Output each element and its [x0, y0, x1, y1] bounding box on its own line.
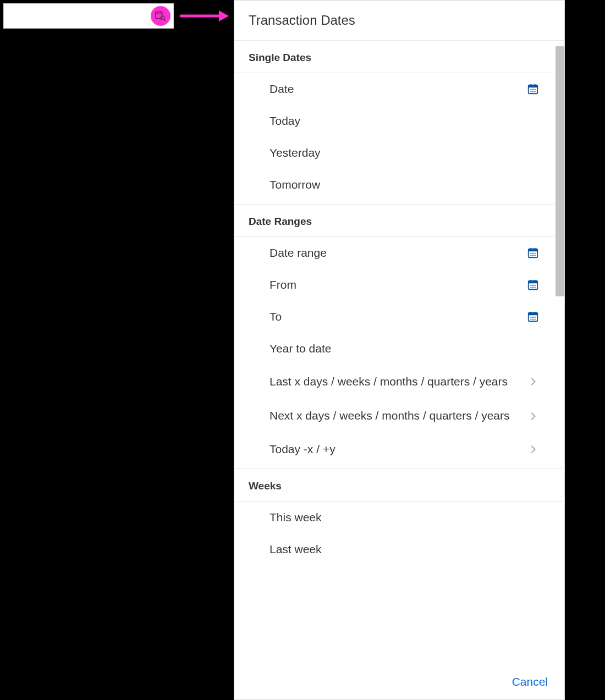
list-item-label: This week — [270, 511, 550, 524]
chevron-right-icon — [527, 443, 539, 455]
list-item-today[interactable]: Today — [234, 105, 564, 137]
svg-line-5 — [164, 19, 166, 21]
list-item-label: Today -x / +y — [270, 443, 527, 456]
arrow-annotation-icon — [179, 8, 229, 24]
list-item-label: Date — [270, 82, 527, 96]
list-item-to[interactable]: To — [234, 301, 564, 333]
list-item-label: Year to date — [270, 342, 550, 355]
scrollbar-thumb[interactable] — [556, 46, 564, 296]
list-item-next_x[interactable]: Next x days / weeks / months / quarters … — [234, 399, 564, 433]
list-item-label: Last x days / weeks / months / quarters … — [270, 374, 527, 389]
list-item-label: Tomorrow — [270, 178, 550, 191]
transaction-dates-panel: Transaction Dates Single DatesDateTodayY… — [234, 0, 565, 700]
list-item-tomorrow[interactable]: Tomorrow — [234, 169, 564, 201]
list-item-from[interactable]: From — [234, 269, 564, 301]
svg-marker-7 — [219, 10, 229, 21]
calendar-icon[interactable] — [527, 279, 539, 291]
svg-rect-0 — [156, 12, 162, 19]
svg-point-4 — [161, 16, 164, 20]
list-item-label: From — [270, 278, 527, 291]
list-item-label: Last week — [270, 543, 550, 556]
list-item-date_range[interactable]: Date range — [234, 237, 564, 269]
cancel-button[interactable]: Cancel — [512, 675, 548, 688]
section-heading-ranges: Date Ranges — [234, 204, 564, 237]
calendar-icon[interactable] — [527, 83, 539, 95]
list-item-date[interactable]: Date — [234, 73, 564, 105]
list-item-label: To — [270, 310, 527, 323]
list-item-label: Next x days / weeks / months / quarters … — [270, 408, 527, 423]
panel-scroll-area: Single DatesDateTodayYesterdayTomorrowDa… — [234, 40, 564, 664]
transaction-dates-field[interactable] — [8, 10, 150, 23]
calendar-icon[interactable] — [527, 311, 539, 323]
panel-title: Transaction Dates — [234, 1, 564, 40]
list-item-label: Date range — [270, 246, 527, 260]
section-heading-single: Single Dates — [234, 41, 564, 73]
calendar-icon[interactable] — [527, 247, 539, 259]
transaction-dates-input[interactable] — [3, 3, 174, 29]
list-item-yesterday[interactable]: Yesterday — [234, 137, 564, 169]
list-item-today_x_y[interactable]: Today -x / +y — [234, 433, 564, 465]
list-item-this_week[interactable]: This week — [234, 501, 564, 533]
list-item-last_x[interactable]: Last x days / weeks / months / quarters … — [234, 365, 564, 399]
list-item-last_week[interactable]: Last week — [234, 533, 564, 565]
list-item-label: Today — [270, 114, 550, 128]
section-heading-weeks: Weeks — [234, 468, 564, 501]
chevron-right-icon — [527, 410, 539, 422]
list-item-label: Yesterday — [270, 146, 550, 159]
list-item-ytd[interactable]: Year to date — [234, 333, 564, 365]
panel-footer: Cancel — [234, 664, 564, 699]
chevron-right-icon — [527, 376, 539, 388]
calendar-search-icon[interactable] — [151, 6, 170, 26]
